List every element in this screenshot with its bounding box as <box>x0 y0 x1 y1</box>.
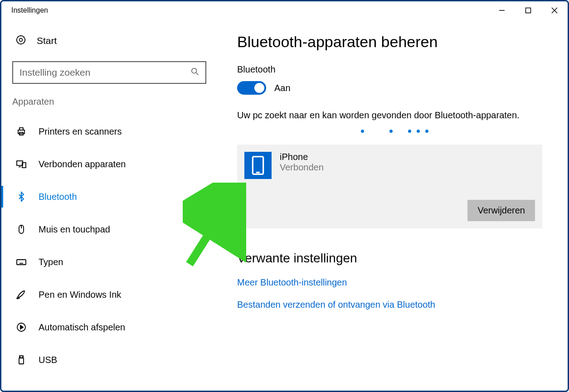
svg-rect-25 <box>19 358 24 364</box>
device-status: Verbonden <box>280 162 324 173</box>
mouse-icon <box>15 224 28 235</box>
devices-icon <box>15 159 28 169</box>
scan-status-text: Uw pc zoekt naar en kan worden gevonden … <box>237 108 542 122</box>
pen-icon <box>15 289 28 300</box>
titlebar: Instellingen <box>1 1 568 19</box>
printer-icon <box>15 126 28 137</box>
main-panel: Bluetooth-apparaten beheren Bluetooth Aa… <box>214 19 568 391</box>
sidebar-item-label: Bluetooth <box>39 192 77 202</box>
maximize-button[interactable] <box>515 1 541 19</box>
sidebar-item-label: Pen en Windows Ink <box>39 290 121 300</box>
search-input-wrap[interactable] <box>12 61 206 84</box>
link-more-bluetooth-settings[interactable]: Meer Bluetooth-instellingen <box>237 277 542 288</box>
bluetooth-label: Bluetooth <box>237 64 542 75</box>
device-card-iphone[interactable]: iPhone Verbonden Verwijderen <box>237 145 542 228</box>
svg-point-6 <box>192 68 197 73</box>
page-title: Bluetooth-apparaten beheren <box>237 33 542 51</box>
sidebar-item-usb[interactable]: USB <box>1 344 214 376</box>
sidebar-item-label: USB <box>39 355 57 365</box>
window-title: Instellingen <box>11 6 48 15</box>
svg-rect-1 <box>526 8 531 13</box>
toggle-state-label: Aan <box>274 83 291 93</box>
search-icon <box>191 68 199 77</box>
device-name: iPhone <box>280 152 324 162</box>
related-settings-heading: Verwante instellingen <box>237 251 542 266</box>
sidebar-item-pen-ink[interactable]: Pen en Windows Ink <box>1 278 214 311</box>
keyboard-icon <box>15 256 28 267</box>
svg-line-7 <box>196 73 199 75</box>
sidebar: Start Apparaten Printers en scanners Ver… <box>1 19 214 391</box>
svg-point-5 <box>17 36 25 44</box>
bluetooth-toggle[interactable] <box>237 81 266 95</box>
category-label: Apparaten <box>1 95 214 115</box>
svg-rect-28 <box>253 157 263 174</box>
gear-icon <box>15 34 27 48</box>
start-label: Start <box>37 35 57 46</box>
sidebar-item-bluetooth[interactable]: Bluetooth <box>1 180 214 213</box>
phone-icon <box>244 152 272 179</box>
bluetooth-icon <box>15 191 28 202</box>
sidebar-item-label: Printers en scanners <box>39 126 122 137</box>
progress-dots <box>237 126 542 136</box>
usb-icon <box>15 354 28 365</box>
close-button[interactable] <box>541 1 568 19</box>
sidebar-item-mouse-touchpad[interactable]: Muis en touchpad <box>1 213 214 246</box>
window-controls <box>489 1 568 19</box>
svg-rect-8 <box>18 130 24 134</box>
sidebar-item-label: Automatisch afspelen <box>39 322 125 333</box>
autoplay-icon <box>15 322 28 333</box>
minimize-button[interactable] <box>489 1 515 19</box>
link-send-receive-files[interactable]: Bestanden verzenden of ontvangen via Blu… <box>237 300 542 310</box>
svg-marker-23 <box>20 325 23 329</box>
sidebar-item-label: Verbonden apparaten <box>39 159 126 169</box>
sidebar-item-label: Typen <box>39 257 63 267</box>
sidebar-item-typing[interactable]: Typen <box>1 246 214 278</box>
sidebar-item-printers[interactable]: Printers en scanners <box>1 115 214 148</box>
svg-rect-11 <box>17 161 23 165</box>
sidebar-item-connected-devices[interactable]: Verbonden apparaten <box>1 148 214 180</box>
svg-rect-9 <box>19 128 23 130</box>
sidebar-item-autoplay[interactable]: Automatisch afspelen <box>1 311 214 344</box>
remove-device-button[interactable]: Verwijderen <box>467 200 535 221</box>
svg-point-4 <box>19 39 23 42</box>
search-input[interactable] <box>19 67 191 78</box>
sidebar-item-label: Muis en touchpad <box>39 224 110 235</box>
svg-rect-16 <box>17 260 26 265</box>
start-button[interactable]: Start <box>1 29 214 57</box>
